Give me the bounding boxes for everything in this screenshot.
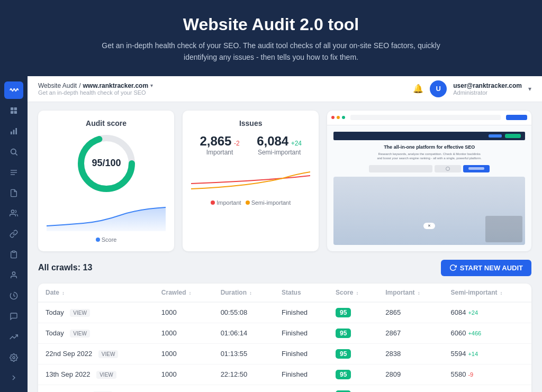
svg-point-12 [11,210,14,213]
user-dropdown-icon[interactable]: ▾ [528,85,531,93]
cell-status: Finished [274,364,328,385]
cell-duration: 01:06:14 [213,323,274,343]
chevron-down-icon: ▾ [150,83,153,88]
svg-rect-4 [11,132,12,134]
cell-important: 2865 [378,302,443,323]
sort-important-icon[interactable]: ↕ [418,290,420,296]
col-date: Date ↕ [38,284,154,302]
cell-duration: 00:57:07 [213,385,274,392]
cell-crawled: 1000 [154,385,213,392]
important-count: 2,865 -2 [200,134,239,149]
issues-title: Issues [191,119,310,127]
refresh-icon [449,264,457,271]
sidebar-item-user[interactable] [4,267,23,284]
crawls-table: Date ↕ Crawled ↕ Duration ↕ Status Score… [38,284,531,392]
table-body: Today VIEW 1000 00:55:08 Finished 95 286… [38,302,531,392]
start-new-audit-button[interactable]: START NEW AUDIT [441,260,531,276]
table-row: Today VIEW 1000 01:06:14 Finished 95 286… [38,323,531,343]
svg-point-15 [13,357,15,359]
svg-text:95/100: 95/100 [92,158,121,168]
issues-stats: 2,865 -2 Important 6,084 +24 Semi-import… [191,134,310,156]
cell-important: 2838 [378,343,443,364]
svg-rect-3 [14,111,17,114]
cell-score: 95 [328,385,378,392]
sort-date-icon[interactable]: ↕ [62,290,65,296]
view-button[interactable]: VIEW [96,371,116,379]
view-button[interactable]: VIEW [70,330,90,338]
breadcrumb-sep: / [79,82,80,89]
sidebar-item-expand[interactable] [4,369,23,387]
view-button[interactable]: VIEW [70,309,90,317]
col-score: Score ↕ [328,284,378,302]
crawls-header: All crawls: 13 START NEW AUDIT [38,260,531,276]
cell-duration: 00:55:08 [213,302,274,323]
svg-rect-1 [14,107,17,110]
table-row: Today VIEW 1000 00:55:08 Finished 95 286… [38,302,531,323]
score-legend: Score [47,236,166,243]
semi-label: Semi-important [257,149,302,156]
sidebar-item-settings[interactable] [4,349,23,366]
hero-title: Website Audit 2.0 tool [21,15,521,34]
cell-score: 95 [328,323,378,343]
sidebar-item-wave[interactable] [4,81,23,99]
cell-semi: 5580-9 [443,364,531,385]
breadcrumb-site: www.ranktracker.com ▾ [83,82,153,89]
site-search-row [369,165,490,172]
sidebar-item-organic[interactable] [4,287,23,305]
col-important: Important ↕ [378,284,443,302]
site-url[interactable]: www.ranktracker.com [83,82,149,89]
cell-score: 95 [328,302,378,323]
site-desc: Research keywords, analyze the competiti… [376,152,482,161]
topbar: Website Audit / www.ranktracker.com ▾ Ge… [28,76,542,102]
semi-stat: 6,084 +24 Semi-important [257,134,302,156]
sidebar-item-dashboard[interactable] [4,102,23,120]
cards-row: Audit score 95/100 [38,111,531,251]
svg-rect-5 [13,130,15,134]
hero-section: Website Audit 2.0 tool Get an in-depth h… [0,0,542,76]
hero-description: Get an in-depth health check of your SEO… [86,40,456,63]
svg-rect-0 [11,107,13,110]
table-header: Date ↕ Crawled ↕ Duration ↕ Status Score… [38,284,531,302]
site-headline: The all-in-one platform for effective SE… [384,144,475,150]
issues-legend: Important Semi-important [191,199,310,206]
table-row: 9th Sep 2022 VIEW 1000 00:57:07 Finished… [38,385,531,392]
notification-bell-icon[interactable]: 🔔 [413,84,423,94]
sort-semi-icon[interactable]: ↕ [500,290,503,296]
cell-status: Finished [274,343,328,364]
cell-important: 2809 [378,364,443,385]
sidebar-item-trending[interactable] [4,328,23,345]
cell-crawled: 1000 [154,302,213,323]
crawls-data-table: Date ↕ Crawled ↕ Duration ↕ Status Score… [38,284,531,392]
sidebar-item-link[interactable] [4,225,23,243]
sidebar-item-search[interactable] [4,143,23,160]
cell-semi: 5589+11 [443,385,531,392]
sidebar-item-chart[interactable] [4,123,23,140]
user-info: user@ranktracker.com Administrator [453,82,522,96]
sidebar-item-users[interactable] [4,205,23,222]
topbar-left: Website Audit / www.ranktracker.com ▾ Ge… [38,82,153,96]
breadcrumb: Website Audit / www.ranktracker.com ▾ [38,82,153,89]
svg-rect-2 [11,111,13,114]
cell-duration: 22:12:50 [213,364,274,385]
sort-crawled-icon[interactable]: ↕ [189,290,192,296]
table-row: 13th Sep 2022 VIEW 1000 22:12:50 Finishe… [38,364,531,385]
sidebar-item-clipboard[interactable] [4,246,23,263]
sidebar-item-message[interactable] [4,307,23,325]
sort-score-icon[interactable]: ↕ [356,290,359,296]
issues-trend-chart [191,162,310,194]
sidebar-item-list[interactable] [4,163,23,181]
sidebar-item-document[interactable] [4,184,23,202]
important-label: Important [200,149,239,156]
col-status: Status [274,284,328,302]
cell-date: 9th Sep 2022 VIEW [38,385,154,392]
cell-duration: 01:13:55 [213,343,274,364]
site-subtitle: Get an in-depth health check of your SEO [38,89,153,96]
cell-date: 13th Sep 2022 VIEW [38,364,154,385]
avatar: U [430,80,447,97]
cell-crawled: 1000 [154,364,213,385]
col-semi: Semi-important ↕ [443,284,531,302]
sort-duration-icon[interactable]: ↕ [249,290,252,296]
svg-point-14 [12,272,15,275]
cell-semi: 6084+24 [443,302,531,323]
view-button[interactable]: VIEW [98,350,119,358]
